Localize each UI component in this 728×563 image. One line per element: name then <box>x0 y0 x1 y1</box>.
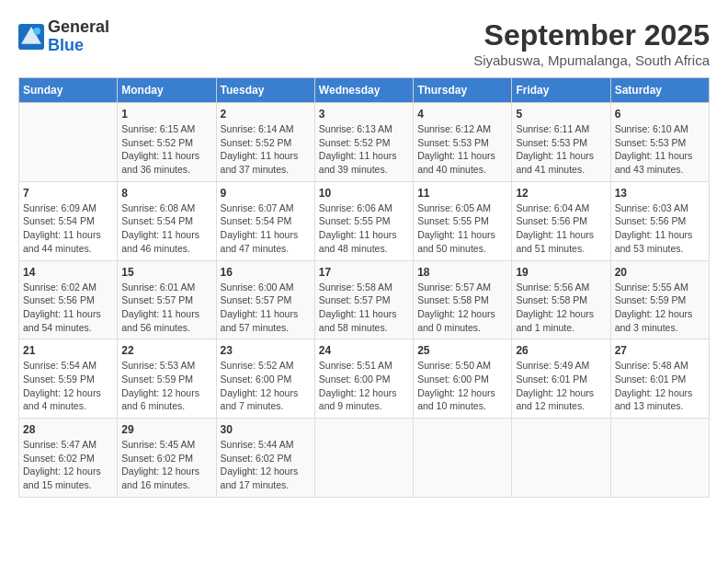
calendar-cell <box>19 103 118 182</box>
calendar-cell: 7Sunrise: 6:09 AM Sunset: 5:54 PM Daylig… <box>19 181 118 260</box>
day-info: Sunrise: 5:47 AM Sunset: 6:02 PM Dayligh… <box>23 438 113 492</box>
day-info: Sunrise: 5:45 AM Sunset: 6:02 PM Dayligh… <box>121 438 211 492</box>
calendar-cell: 14Sunrise: 6:02 AM Sunset: 5:56 PM Dayli… <box>19 260 118 339</box>
calendar-cell: 29Sunrise: 5:45 AM Sunset: 6:02 PM Dayli… <box>118 419 216 498</box>
calendar-week-4: 21Sunrise: 5:54 AM Sunset: 5:59 PM Dayli… <box>19 339 710 419</box>
calendar-cell <box>610 419 709 498</box>
calendar-cell: 25Sunrise: 5:50 AM Sunset: 6:00 PM Dayli… <box>414 339 512 419</box>
day-number: 23 <box>221 344 311 357</box>
day-info: Sunrise: 6:13 AM Sunset: 5:52 PM Dayligh… <box>319 122 409 177</box>
calendar-cell: 13Sunrise: 6:03 AM Sunset: 5:56 PM Dayli… <box>610 181 709 260</box>
day-number: 25 <box>417 344 507 357</box>
calendar-cell: 4Sunrise: 6:12 AM Sunset: 5:53 PM Daylig… <box>414 103 512 182</box>
calendar-cell: 15Sunrise: 6:01 AM Sunset: 5:57 PM Dayli… <box>118 260 216 339</box>
day-info: Sunrise: 6:07 AM Sunset: 5:54 PM Dayligh… <box>221 201 311 256</box>
day-info: Sunrise: 5:51 AM Sunset: 6:00 PM Dayligh… <box>319 359 409 413</box>
logo-general: General <box>48 17 109 36</box>
day-info: Sunrise: 6:11 AM Sunset: 5:53 PM Dayligh… <box>516 122 606 177</box>
logo: General Blue <box>18 18 109 55</box>
day-number: 28 <box>23 423 113 436</box>
day-number: 30 <box>221 423 311 436</box>
day-number: 7 <box>23 187 113 200</box>
day-number: 24 <box>319 344 409 357</box>
day-info: Sunrise: 6:08 AM Sunset: 5:54 PM Dayligh… <box>121 201 211 256</box>
calendar-header-wednesday: Wednesday <box>314 78 413 103</box>
calendar-cell <box>414 419 512 498</box>
calendar-cell <box>512 419 610 498</box>
day-info: Sunrise: 6:05 AM Sunset: 5:55 PM Dayligh… <box>417 201 507 256</box>
day-info: Sunrise: 5:49 AM Sunset: 6:01 PM Dayligh… <box>516 359 606 413</box>
calendar-cell: 21Sunrise: 5:54 AM Sunset: 5:59 PM Dayli… <box>19 339 118 419</box>
day-number: 18 <box>417 266 507 279</box>
day-number: 12 <box>516 187 606 200</box>
day-info: Sunrise: 5:48 AM Sunset: 6:01 PM Dayligh… <box>615 359 705 413</box>
day-number: 22 <box>121 344 211 357</box>
day-number: 27 <box>615 344 705 357</box>
day-number: 26 <box>516 344 606 357</box>
day-number: 2 <box>221 108 311 121</box>
calendar-cell: 12Sunrise: 6:04 AM Sunset: 5:56 PM Dayli… <box>512 181 610 260</box>
day-info: Sunrise: 5:57 AM Sunset: 5:58 PM Dayligh… <box>417 281 507 335</box>
calendar-week-5: 28Sunrise: 5:47 AM Sunset: 6:02 PM Dayli… <box>19 419 710 498</box>
calendar-cell: 20Sunrise: 5:55 AM Sunset: 5:59 PM Dayli… <box>610 260 709 339</box>
calendar-cell: 18Sunrise: 5:57 AM Sunset: 5:58 PM Dayli… <box>414 260 512 339</box>
day-number: 5 <box>516 108 606 121</box>
day-info: Sunrise: 5:54 AM Sunset: 5:59 PM Dayligh… <box>23 359 113 413</box>
day-number: 8 <box>121 187 211 200</box>
calendar-header-sunday: Sunday <box>19 78 118 103</box>
day-info: Sunrise: 6:12 AM Sunset: 5:53 PM Dayligh… <box>417 122 507 177</box>
calendar-cell: 5Sunrise: 6:11 AM Sunset: 5:53 PM Daylig… <box>512 103 610 182</box>
calendar-cell: 6Sunrise: 6:10 AM Sunset: 5:53 PM Daylig… <box>610 103 709 182</box>
day-number: 11 <box>417 187 507 200</box>
logo-blue: Blue <box>48 36 84 54</box>
day-number: 14 <box>23 266 113 279</box>
day-number: 20 <box>615 266 705 279</box>
calendar-week-2: 7Sunrise: 6:09 AM Sunset: 5:54 PM Daylig… <box>19 181 710 260</box>
day-number: 6 <box>615 108 705 121</box>
calendar-cell: 9Sunrise: 6:07 AM Sunset: 5:54 PM Daylig… <box>216 181 314 260</box>
day-info: Sunrise: 6:10 AM Sunset: 5:53 PM Dayligh… <box>615 122 705 177</box>
svg-point-2 <box>33 28 40 35</box>
day-number: 9 <box>221 187 311 200</box>
day-info: Sunrise: 5:56 AM Sunset: 5:58 PM Dayligh… <box>516 281 606 335</box>
day-info: Sunrise: 6:02 AM Sunset: 5:56 PM Dayligh… <box>23 281 113 335</box>
subtitle: Siyabuswa, Mpumalanga, South Africa <box>473 52 710 68</box>
day-number: 1 <box>121 108 211 121</box>
day-info: Sunrise: 5:50 AM Sunset: 6:00 PM Dayligh… <box>417 359 507 413</box>
day-number: 29 <box>121 423 211 436</box>
calendar-cell: 19Sunrise: 5:56 AM Sunset: 5:58 PM Dayli… <box>512 260 610 339</box>
calendar-cell: 24Sunrise: 5:51 AM Sunset: 6:00 PM Dayli… <box>314 339 413 419</box>
calendar-table: SundayMondayTuesdayWednesdayThursdayFrid… <box>18 77 710 498</box>
calendar-cell: 2Sunrise: 6:14 AM Sunset: 5:52 PM Daylig… <box>216 103 314 182</box>
calendar-week-3: 14Sunrise: 6:02 AM Sunset: 5:56 PM Dayli… <box>19 260 710 339</box>
day-number: 21 <box>23 344 113 357</box>
day-info: Sunrise: 6:15 AM Sunset: 5:52 PM Dayligh… <box>121 122 211 177</box>
title-area: September 2025 Siyabuswa, Mpumalanga, So… <box>473 18 710 68</box>
day-info: Sunrise: 6:00 AM Sunset: 5:57 PM Dayligh… <box>221 281 311 335</box>
calendar-header-friday: Friday <box>512 78 610 103</box>
day-info: Sunrise: 5:52 AM Sunset: 6:00 PM Dayligh… <box>221 359 311 413</box>
calendar-cell: 23Sunrise: 5:52 AM Sunset: 6:00 PM Dayli… <box>216 339 314 419</box>
logo-text: General Blue <box>48 18 109 55</box>
page-header: General Blue September 2025 Siyabuswa, M… <box>18 18 710 68</box>
calendar-cell: 3Sunrise: 6:13 AM Sunset: 5:52 PM Daylig… <box>314 103 413 182</box>
day-number: 16 <box>221 266 311 279</box>
day-number: 4 <box>417 108 507 121</box>
calendar-cell: 30Sunrise: 5:44 AM Sunset: 6:02 PM Dayli… <box>216 419 314 498</box>
calendar-cell: 16Sunrise: 6:00 AM Sunset: 5:57 PM Dayli… <box>216 260 314 339</box>
calendar-week-1: 1Sunrise: 6:15 AM Sunset: 5:52 PM Daylig… <box>19 103 710 182</box>
day-info: Sunrise: 6:09 AM Sunset: 5:54 PM Dayligh… <box>23 201 113 256</box>
day-info: Sunrise: 5:44 AM Sunset: 6:02 PM Dayligh… <box>221 438 311 492</box>
calendar-cell <box>314 419 413 498</box>
calendar-cell: 22Sunrise: 5:53 AM Sunset: 5:59 PM Dayli… <box>118 339 216 419</box>
calendar-cell: 27Sunrise: 5:48 AM Sunset: 6:01 PM Dayli… <box>610 339 709 419</box>
logo-icon <box>18 24 44 50</box>
calendar-body: 1Sunrise: 6:15 AM Sunset: 5:52 PM Daylig… <box>19 103 710 498</box>
calendar-cell: 8Sunrise: 6:08 AM Sunset: 5:54 PM Daylig… <box>118 181 216 260</box>
day-info: Sunrise: 5:58 AM Sunset: 5:57 PM Dayligh… <box>319 281 409 335</box>
calendar-header-thursday: Thursday <box>414 78 512 103</box>
calendar-header-tuesday: Tuesday <box>216 78 314 103</box>
calendar-cell: 1Sunrise: 6:15 AM Sunset: 5:52 PM Daylig… <box>118 103 216 182</box>
calendar-cell: 10Sunrise: 6:06 AM Sunset: 5:55 PM Dayli… <box>314 181 413 260</box>
calendar-cell: 26Sunrise: 5:49 AM Sunset: 6:01 PM Dayli… <box>512 339 610 419</box>
